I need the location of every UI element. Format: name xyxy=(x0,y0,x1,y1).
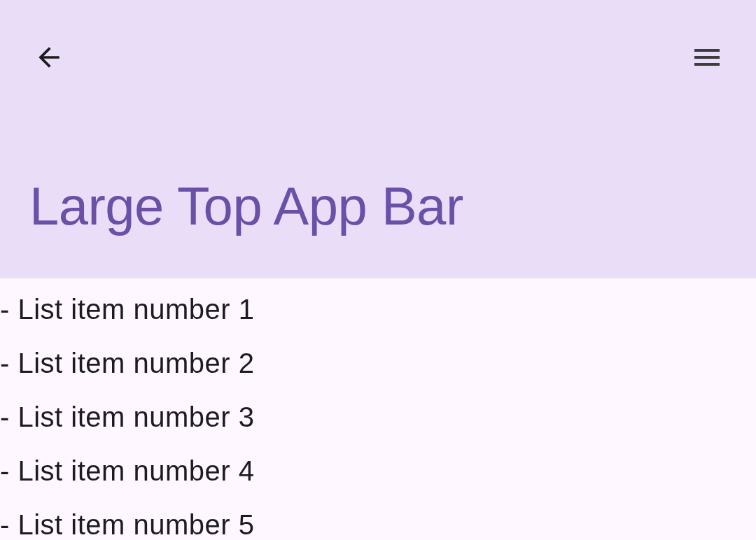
list-item: - List item number 1 xyxy=(0,283,756,336)
large-top-app-bar: Large Top App Bar xyxy=(0,0,756,278)
hamburger-menu-icon xyxy=(690,41,724,77)
list-item: - List item number 5 xyxy=(0,498,756,540)
content-list: - List item number 1 - List item number … xyxy=(0,278,756,540)
app-bar-title: Large Top App Bar xyxy=(29,176,463,236)
back-button[interactable] xyxy=(32,42,66,76)
list-item: - List item number 2 xyxy=(0,336,756,390)
arrow-back-icon xyxy=(34,42,64,76)
app-bar-actions-row xyxy=(0,34,756,84)
list-item: - List item number 3 xyxy=(0,390,756,444)
list-item: - List item number 4 xyxy=(0,444,756,498)
menu-button[interactable] xyxy=(690,42,724,76)
